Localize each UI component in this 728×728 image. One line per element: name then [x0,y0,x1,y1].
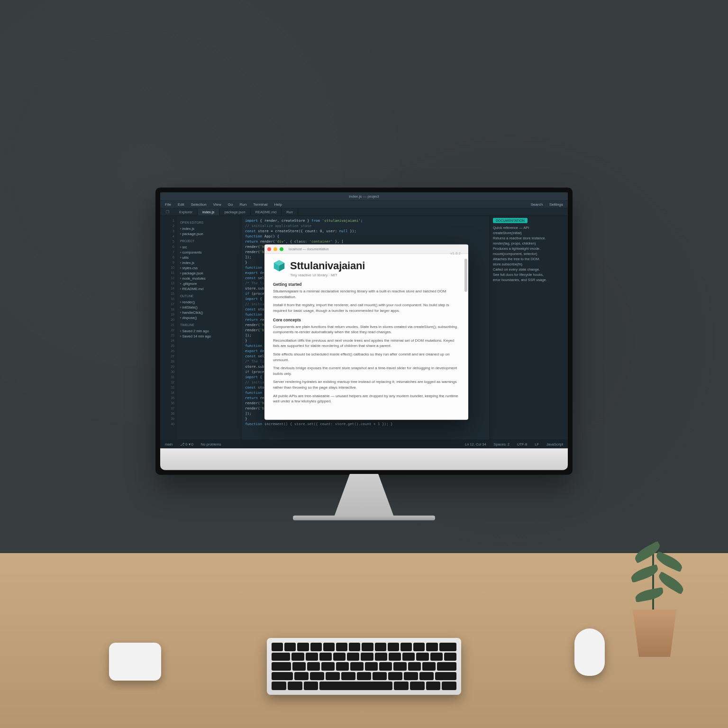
popup-section-heading: Core concepts [273,317,460,322]
monitor-chin [160,448,568,470]
popup-paragraph: Server rendering hydrates an existing ma… [273,379,460,390]
popup-paragraph: Components are plain functions that retu… [273,324,460,335]
status-encoding[interactable]: UTF-8 [517,442,527,446]
sidebar-item[interactable]: › node_modules [180,276,238,281]
sidebar-header[interactable]: Project [180,238,238,244]
explorer-sidebar[interactable]: Open Editors› index.js› package.jsonProj… [177,216,241,440]
doc-panel-line: render(tag, props, children) [493,241,565,246]
popup-title: Sttulanivajaiani [290,260,365,272]
sidebar-item[interactable]: › README.md [180,286,238,291]
documentation-popup[interactable]: localhost — documentation v1.8.2 Sttulan… [264,245,468,420]
doc-panel-line: store.subscribe(fn) [493,262,565,267]
sidebar-item[interactable]: › Saved 2 min ago [180,328,238,334]
sidebar-item[interactable]: › src [180,245,238,250]
status-sync[interactable]: ⎇ 0 ▾ 0 [180,442,193,446]
status-language[interactable]: JavaScript [546,442,563,446]
menu-bar: File Edit Selection View Go Run Terminal… [160,201,568,209]
code-line[interactable]: function increment() { store.set({ count… [245,421,486,427]
popup-paragraph: Reconciliation diffs the previous and ne… [273,337,460,348]
doc-panel-badge: DOCUMENTATION [493,218,528,223]
window-title: index.js — project [163,194,565,199]
status-cursor[interactable]: Ln 12, Col 34 [465,442,486,446]
status-eol[interactable]: LF [535,442,539,446]
menu-settings-icon[interactable]: Settings [549,202,563,207]
monitor-stand [328,474,400,517]
sidebar-item[interactable]: › render() [180,300,238,305]
popup-paragraph: Sttulanivajaiani is a minimal declarativ… [273,289,460,300]
menu-terminal[interactable]: Terminal [253,202,267,207]
popup-section-heading: Getting started [273,282,460,287]
tab-package[interactable]: package.json [219,209,250,216]
menu-go[interactable]: Go [228,202,233,207]
tab-bar: ❐ Explorer index.js package.json README.… [160,209,568,216]
decor-plant [610,500,695,657]
sidebar-item[interactable]: › Saved 14 min ago [180,334,238,339]
doc-panel-line: createStore(initial) [493,230,565,236]
menu-view[interactable]: View [213,202,221,207]
doc-panel-line: See full docs for lifecycle hooks, [493,272,565,277]
popup-paragraph: Install it from the registry, import the… [273,302,460,313]
doc-panel-line: Returns a reactive store instance. [493,236,565,241]
menu-file[interactable]: File [165,202,171,207]
tab-explorer[interactable]: Explorer [174,209,198,216]
menu-run[interactable]: Run [239,202,246,207]
close-icon[interactable] [267,247,271,251]
sidebar-item[interactable]: › dispose() [180,315,238,320]
window-titlebar: index.js — project [160,192,568,201]
sidebar-header[interactable]: Outline [180,293,238,299]
decor-mouse [574,628,605,676]
doc-panel-line: error boundaries, and SSR usage. [493,277,565,282]
code-line[interactable]: const store = createStore({ count: 0, us… [245,228,486,234]
popup-titlebar[interactable]: localhost — documentation [264,245,468,254]
code-line[interactable]: return render('div', { class: 'container… [245,239,486,244]
sidebar-item[interactable]: › initState() [180,305,238,310]
sidebar-item[interactable]: › styles.css [180,265,238,271]
status-indent[interactable]: Spaces: 2 [494,442,510,446]
code-line[interactable]: function App() { [245,234,486,239]
doc-panel-line: Produces a lightweight vnode. [493,246,565,251]
popup-address: localhost — documentation [286,247,465,251]
sidebar-item[interactable]: › index.js [180,260,238,265]
zoom-icon[interactable] [280,247,283,251]
doc-panel-line: Attaches the tree to the DOM. [493,256,565,262]
sidebar-item[interactable]: › package.json [180,271,238,276]
sidebar-item[interactable]: › handleClick() [180,310,238,315]
minimize-icon[interactable] [273,247,277,251]
decor-keyboard [267,638,461,695]
hexagon-icon [273,260,285,272]
code-line[interactable]: import { render, createStore } from 'stt… [245,218,486,223]
popup-paragraph: The devtools bridge exposes the current … [273,365,460,376]
line-gutter: 1234567891011121314151617181920212223242… [160,216,177,440]
popup-subtitle: Tiny reactive UI library · MIT [290,273,460,277]
sidebar-item[interactable]: › components [180,250,238,255]
tab-run[interactable]: Run [282,209,298,216]
decor-trackpad [109,643,161,681]
popup-scrollbar[interactable] [464,256,467,418]
popup-paragraph: Side effects should be scheduled inside … [273,352,460,363]
sidebar-header[interactable]: Timeline [180,322,238,328]
doc-panel-line: Quick reference — API [493,225,565,230]
tab-readme[interactable]: README.md [251,209,282,216]
sidebar-item[interactable]: › utils [180,255,238,260]
popup-paragraph: All public APIs are tree-shakeable — unu… [273,393,460,404]
doc-panel-line: mount(component, selector) [493,251,565,256]
activity-bar-icon[interactable]: ❐ [160,209,174,216]
sidebar-item[interactable]: › package.json [180,231,238,237]
menu-selection[interactable]: Selection [191,202,207,207]
popup-version: v1.8.2 [450,254,461,255]
monitor: index.js — project File Edit Selection V… [155,188,573,520]
code-line[interactable]: // initialize application state [245,223,486,228]
menu-help[interactable]: Help [274,202,282,207]
status-problems[interactable]: No problems [201,442,221,446]
scrollbar-thumb[interactable] [464,259,467,292]
sidebar-item[interactable]: › index.js [180,226,238,231]
doc-panel-line: Called on every state change. [493,267,565,272]
status-bar: main ⎇ 0 ▾ 0 No problems Ln 12, Col 34 S… [160,440,568,448]
menu-edit[interactable]: Edit [178,202,184,207]
sidebar-item[interactable]: › .gitignore [180,281,238,286]
menu-search-icon[interactable]: Search [531,202,543,207]
status-branch[interactable]: main [165,442,173,446]
sidebar-header[interactable]: Open Editors [180,220,238,225]
screen: index.js — project File Edit Selection V… [160,192,568,448]
tab-index[interactable]: index.js [198,209,219,216]
